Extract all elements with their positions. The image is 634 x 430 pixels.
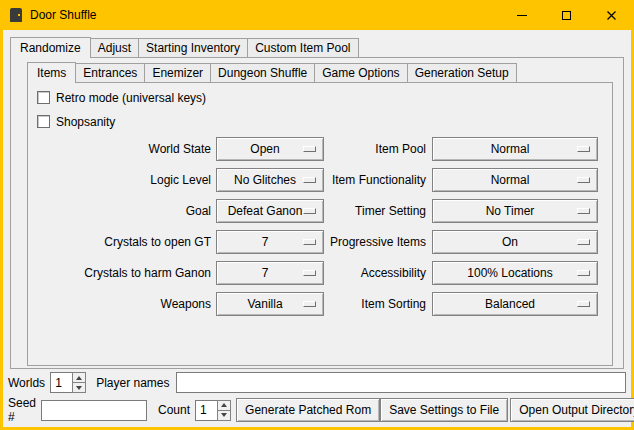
item-functionality-label: Item Functionality [324, 173, 426, 187]
maximize-button[interactable] [544, 0, 589, 30]
bottom-controls: Worlds 1 Player names Seed # Count 1 [8, 372, 626, 422]
option-row: Crystals to open GT 7 Progressive Items … [28, 230, 612, 254]
seed-label: Seed # [8, 396, 36, 424]
player-names-input[interactable] [176, 372, 627, 393]
item-functionality-dropdown[interactable]: Normal [432, 168, 598, 192]
weapons-dropdown[interactable]: Vanilla [216, 292, 324, 316]
dropdown-indicator-icon [303, 239, 316, 245]
tab-custom-item-pool[interactable]: Custom Item Pool [247, 38, 358, 57]
item-pool-dropdown[interactable]: Normal [432, 137, 598, 161]
randomize-pane: Items Entrances Enemizer Dungeon Shuffle… [10, 57, 624, 369]
crystals-ganon-label: Crystals to harm Ganon [28, 266, 211, 280]
worlds-label: Worlds [8, 376, 45, 390]
subtab-entrances[interactable]: Entrances [75, 63, 145, 82]
arrow-down-icon [76, 386, 82, 390]
progressive-items-label: Progressive Items [324, 235, 426, 249]
arrow-up-icon [221, 403, 227, 407]
close-button[interactable] [589, 0, 634, 30]
window-title: Door Shuffle [30, 8, 97, 22]
accessibility-dropdown[interactable]: 100% Locations [432, 261, 598, 285]
item-pool-label: Item Pool [324, 142, 426, 156]
minimize-button[interactable] [499, 0, 544, 30]
dropdown-indicator-icon [303, 146, 316, 152]
subtab-enemizer[interactable]: Enemizer [144, 63, 211, 82]
app-icon [10, 8, 22, 22]
items-pane: Retro mode (universal keys) Shopsanity W… [27, 82, 613, 366]
crystals-gt-dropdown[interactable]: 7 [216, 230, 324, 254]
count-value[interactable]: 1 [195, 400, 217, 421]
seed-input[interactable] [41, 400, 147, 421]
options-grid: World State Open Item Pool Normal [28, 137, 612, 316]
generate-patched-rom-button[interactable]: Generate Patched Rom [236, 398, 380, 422]
checkbox-label: Shopsanity [56, 115, 115, 129]
checkbox-label: Retro mode (universal keys) [56, 91, 206, 105]
main-tab-bar: Randomize Adjust Starting Inventory Cust… [10, 37, 624, 57]
dropdown-indicator-icon [577, 146, 590, 152]
world-state-label: World State [28, 142, 211, 156]
option-row: Crystals to harm Ganon 7 Accessibility 1… [28, 261, 612, 285]
count-label: Count [158, 403, 190, 417]
dropdown-indicator-icon [303, 270, 316, 276]
count-spin-up-button[interactable] [217, 400, 231, 411]
save-settings-button[interactable]: Save Settings to File [380, 398, 508, 422]
open-output-directory-button[interactable]: Open Output Directory [510, 398, 634, 422]
accessibility-label: Accessibility [324, 266, 426, 280]
logic-level-dropdown[interactable]: No Glitches [216, 168, 324, 192]
timer-setting-dropdown[interactable]: No Timer [432, 199, 598, 223]
dropdown-indicator-icon [577, 208, 590, 214]
worlds-spin-up-button[interactable] [72, 372, 86, 383]
weapons-label: Weapons [28, 297, 211, 311]
dropdown-indicator-icon [303, 177, 316, 183]
crystals-gt-label: Crystals to open GT [28, 235, 211, 249]
subtab-dungeon-shuffle[interactable]: Dungeon Shuffle [210, 63, 315, 82]
checkbox-shopsanity[interactable]: Shopsanity [37, 113, 612, 130]
subtab-generation-setup[interactable]: Generation Setup [407, 63, 517, 82]
subtab-items[interactable]: Items [27, 62, 76, 83]
checkbox-retro-mode[interactable]: Retro mode (universal keys) [37, 89, 612, 106]
goal-dropdown[interactable]: Defeat Ganon [216, 199, 324, 223]
goal-label: Goal [28, 204, 211, 218]
crystals-ganon-dropdown[interactable]: 7 [216, 261, 324, 285]
tab-adjust[interactable]: Adjust [90, 38, 139, 57]
subtab-game-options[interactable]: Game Options [314, 63, 407, 82]
dropdown-indicator-icon [577, 301, 590, 307]
dropdown-indicator-icon [577, 177, 590, 183]
worlds-row: Worlds 1 Player names [8, 372, 626, 393]
maximize-icon [562, 11, 571, 20]
caption-buttons [499, 0, 634, 30]
checkbox-icon [37, 91, 50, 104]
tab-randomize[interactable]: Randomize [10, 37, 91, 58]
timer-setting-label: Timer Setting [324, 204, 426, 218]
progressive-items-dropdown[interactable]: On [432, 230, 598, 254]
main-notebook: Randomize Adjust Starting Inventory Cust… [10, 37, 624, 369]
close-icon [606, 10, 617, 21]
worlds-spinner[interactable]: 1 [50, 372, 86, 393]
app-window: Door Shuffle Randomize Adjust Starting I… [0, 0, 634, 430]
dropdown-indicator-icon [577, 270, 590, 276]
client-area: Randomize Adjust Starting Inventory Cust… [3, 30, 631, 427]
sub-tab-bar: Items Entrances Enemizer Dungeon Shuffle… [27, 62, 613, 82]
dropdown-indicator-icon [577, 239, 590, 245]
logic-level-label: Logic Level [28, 173, 211, 187]
item-sorting-label: Item Sorting [324, 297, 426, 311]
count-spinner[interactable]: 1 [195, 400, 231, 421]
arrow-down-icon [221, 413, 227, 417]
count-spin-down-button[interactable] [217, 411, 231, 421]
item-sorting-dropdown[interactable]: Balanced [432, 292, 598, 316]
world-state-dropdown[interactable]: Open [216, 137, 324, 161]
player-names-label: Player names [96, 376, 169, 390]
arrow-up-icon [76, 376, 82, 380]
option-row: Weapons Vanilla Item Sorting Balanced [28, 292, 612, 316]
checkbox-icon [37, 115, 50, 128]
seed-row: Seed # Count 1 Generate Patched Rom Save… [8, 398, 626, 422]
title-bar[interactable]: Door Shuffle [0, 0, 634, 30]
randomize-sub-notebook: Items Entrances Enemizer Dungeon Shuffle… [27, 62, 613, 366]
option-row: World State Open Item Pool Normal [28, 137, 612, 161]
dropdown-indicator-icon [303, 301, 316, 307]
option-row: Goal Defeat Ganon Timer Setting No Timer [28, 199, 612, 223]
dropdown-indicator-icon [303, 208, 316, 214]
option-row: Logic Level No Glitches Item Functionali… [28, 168, 612, 192]
tab-starting-inventory[interactable]: Starting Inventory [138, 38, 248, 57]
worlds-spin-down-button[interactable] [72, 383, 86, 393]
worlds-value[interactable]: 1 [50, 372, 72, 393]
